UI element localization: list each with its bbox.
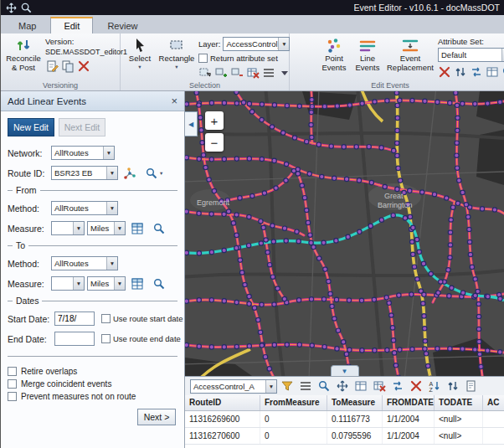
network-select[interactable]: AllRoutes ▼ [51,146,115,160]
delete-version-icon[interactable] [77,59,90,73]
next-edit-button[interactable]: Next Edit [59,118,105,136]
reconcile-post-button[interactable]: Reconcile & Post [3,35,44,80]
retire-overlaps-checkbox[interactable] [8,367,17,376]
table-cell [483,428,504,444]
chevron-down-icon[interactable]: ▼ [73,277,84,290]
tab-map[interactable]: Map [6,18,49,33]
to-measure-search-icon[interactable] [152,277,166,291]
from-measure-unit-select[interactable]: Miles ▼ [87,221,126,235]
use-route-start-label: Use route start date [113,314,183,323]
from-legend: From [13,185,40,195]
remove-selection-icon[interactable] [230,66,244,80]
chevron-down-icon[interactable]: ▼ [106,202,117,214]
start-date-input[interactable] [54,312,95,326]
chevron-down-icon[interactable]: ▼ [114,222,125,234]
split-event-icon[interactable] [470,65,483,79]
column-header-tomeasure[interactable]: ToMeasure [327,395,383,410]
options-icon[interactable] [280,379,294,393]
collapse-panel-arrow[interactable]: ◀ [185,111,198,136]
select-tool-button[interactable]: Select ▾ [123,35,157,80]
zoom-in-button[interactable]: + [205,111,224,130]
switch-selection-icon[interactable] [391,379,404,393]
column-header-ac[interactable]: AC [483,395,504,410]
table-cell: 0.0795596 [327,428,383,444]
table-row[interactable]: 1131626960000.11167731/1/2004<null> [185,411,504,428]
zoom-out-button[interactable]: − [205,133,224,152]
next-button[interactable]: Next > [137,409,176,425]
to-measure-picker-icon[interactable] [131,277,144,291]
chevron-down-icon[interactable]: ▾ [160,170,162,177]
attachments-icon[interactable] [465,379,478,393]
pan-to-selection-icon[interactable] [336,379,349,393]
new-edit-button[interactable]: New Edit [8,118,54,136]
column-header-fromdate[interactable]: FROMDATE [383,395,435,410]
use-route-end-checkbox[interactable] [101,334,111,343]
panel-body: New Edit Next Edit Network: AllRoutes ▼ … [1,111,184,448]
edit-version-icon[interactable] [45,59,59,73]
rectangle-tool-button[interactable]: Rectangle ▾ [157,35,197,80]
clear-selection-icon[interactable] [246,66,260,80]
selection-options-column: Layer: AccessControl_A ▼ Return attribut… [197,35,293,80]
end-date-input[interactable] [54,332,95,346]
merge-coincident-checkbox[interactable] [8,379,17,389]
column-header-routeid[interactable]: RouteID [185,395,260,410]
zoom-to-selection-icon[interactable] [317,379,331,393]
transfer-icon[interactable] [446,379,460,393]
return-attribute-set-checkbox[interactable] [198,54,208,63]
use-route-start-checkbox[interactable] [101,314,111,323]
from-method-value: AllRoutes [54,203,106,213]
prevent-measures-checkbox[interactable] [8,392,17,401]
from-method-select[interactable]: AllRoutes ▼ [51,201,118,215]
chevron-down-icon[interactable]: ▼ [73,222,84,234]
route-id-select[interactable]: BSR23 EB ▼ [51,166,118,180]
close-icon[interactable]: × [171,95,177,106]
point-events-button[interactable]: Point Events [317,35,351,80]
from-measure-search-icon[interactable] [152,222,166,235]
tab-review[interactable]: Review [95,18,150,33]
attribute-set-select[interactable]: Default ▼ [438,48,504,62]
line-events-button[interactable]: Line Events [351,35,384,80]
to-method-label: Method: [8,259,51,269]
from-measure-select[interactable]: ▼ [51,221,85,235]
zoom-icon[interactable] [20,2,33,14]
table-layer-select[interactable]: AccessControl_A ▼ [190,379,277,394]
column-header-frommeasure[interactable]: FromMeasure [260,395,327,410]
event-replacement-button[interactable]: Event Replacement [384,35,436,80]
to-method-select[interactable]: AllRoutes ▼ [51,256,118,270]
column-header-todate[interactable]: TODATE [435,395,483,410]
chevron-down-icon[interactable]: ▼ [114,277,125,290]
to-measure-select[interactable]: ▼ [51,276,85,291]
clear-selection-icon[interactable] [373,379,386,393]
selection-options-icon[interactable] [262,66,275,80]
chevron-down-icon[interactable]: ▼ [265,380,276,393]
chevron-down-icon[interactable]: ▼ [106,257,117,270]
delete-selected-icon[interactable] [409,379,423,393]
map-canvas[interactable]: Egremont Great Barrington [185,91,504,376]
switch-version-icon[interactable] [61,59,75,73]
route-id-value: BSR23 EB [54,168,106,178]
select-all-icon[interactable] [354,379,368,393]
to-measure-unit-select[interactable]: Miles ▼ [87,276,126,291]
chevron-down-icon[interactable]: ▼ [106,167,117,179]
show-selected-icon[interactable] [299,379,312,393]
chevron-down-icon[interactable]: ▼ [278,38,289,50]
chevron-down-icon[interactable]: ▾ [175,64,177,70]
chevron-down-icon[interactable]: ▼ [103,147,114,159]
merge-event-icon[interactable] [486,65,499,79]
sort-icon[interactable]: AZ [428,379,441,393]
layer-select[interactable]: AccessControl_A ▼ [223,37,290,51]
from-measure-picker-icon[interactable] [131,222,144,235]
route-search-icon[interactable] [145,167,158,180]
pan-icon[interactable] [5,2,18,14]
collapse-table-arrow[interactable]: ▼ [331,365,359,376]
route-picker-icon[interactable] [123,167,136,180]
point-events-icon [326,37,342,54]
delete-event-icon[interactable] [438,65,451,79]
add-selection-icon[interactable] [214,66,228,80]
trim-event-icon[interactable] [454,65,467,79]
table-row[interactable]: 1131627060000.07955961/1/2004<null> [185,428,504,445]
chevron-down-icon[interactable]: ▾ [138,64,141,70]
tab-edit[interactable]: Edit [50,17,93,33]
map-view[interactable]: Egremont Great Barrington ◀ + − ▼ [185,91,504,376]
new-selection-icon[interactable] [198,66,212,80]
